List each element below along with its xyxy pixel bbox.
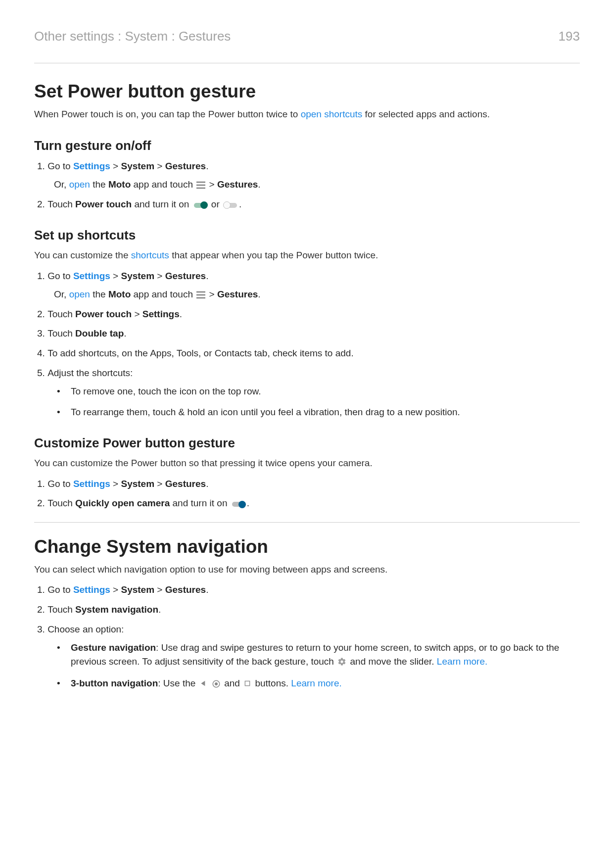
- shortcut-step-5: Adjust the shortcuts: To remove one, tou…: [34, 366, 580, 419]
- shortcut-step-1-alt: Or, open the Moto app and touch > Gestur…: [54, 288, 580, 301]
- recent-icon: [243, 677, 251, 691]
- back-icon: [199, 677, 207, 691]
- shortcut-step-5-bullets: To remove one, touch the icon on the top…: [57, 385, 580, 419]
- svg-rect-2: [245, 681, 249, 686]
- turn-step-2: Touch Power touch and turn it on or .: [34, 197, 580, 211]
- subhead-turn: Turn gesture on/off: [34, 138, 580, 153]
- nav-step-2: Touch System navigation.: [34, 603, 580, 617]
- customize-step-1: Go to Settings > System > Gestures.: [34, 477, 580, 491]
- page-content: Other settings : System : Gestures 193 S…: [0, 0, 614, 733]
- learn-more-link[interactable]: Learn more.: [437, 656, 487, 667]
- nav-step-1: Go to Settings > System > Gestures.: [34, 583, 580, 597]
- section-title-power: Set Power button gesture: [34, 81, 580, 102]
- nav-intro: You can select which navigation option t…: [34, 563, 580, 577]
- open-shortcuts-link[interactable]: open shortcuts: [301, 109, 363, 119]
- subhead-shortcuts: Set up shortcuts: [34, 228, 580, 243]
- section-title-nav: Change System navigation: [34, 536, 580, 557]
- shortcut-steps: Go to Settings > System > Gestures. Or, …: [34, 269, 580, 419]
- learn-more-link[interactable]: Learn more.: [291, 678, 341, 688]
- shortcuts-intro: You can customize the shortcuts that app…: [34, 249, 580, 262]
- divider: [34, 522, 580, 523]
- nav-option-gesture: Gesture navigation: Use drag and swipe g…: [57, 641, 580, 670]
- shortcuts-link[interactable]: shortcuts: [131, 250, 169, 260]
- bullet-remove: To remove one, touch the icon on the top…: [57, 385, 580, 398]
- bullet-rearrange: To rearrange them, touch & hold an icon …: [57, 405, 580, 419]
- customize-intro: You can customize the Power button so th…: [34, 457, 580, 470]
- turn-step-1: Go to Settings > System > Gestures. Or, …: [34, 159, 580, 192]
- toggle-off-icon: [223, 201, 238, 209]
- nav-step-3: Choose an option: Gesture navigation: Us…: [34, 623, 580, 692]
- open-link[interactable]: open: [69, 289, 90, 299]
- menu-icon: [196, 291, 205, 298]
- menu-icon: [196, 182, 205, 189]
- svg-point-1: [215, 682, 218, 685]
- nav-options: Gesture navigation: Use drag and swipe g…: [57, 641, 580, 692]
- shortcut-step-4: To add shortcuts, on the Apps, Tools, or…: [34, 346, 580, 360]
- toggle-on-icon: [193, 201, 208, 209]
- intro-text: When Power touch is on, you can tap the …: [34, 108, 580, 121]
- settings-link[interactable]: Settings: [73, 584, 110, 595]
- settings-link[interactable]: Settings: [73, 161, 110, 171]
- page-header: Other settings : System : Gestures 193: [34, 29, 580, 44]
- open-link[interactable]: open: [69, 179, 90, 190]
- nav-steps: Go to Settings > System > Gestures. Touc…: [34, 583, 580, 692]
- shortcut-step-1: Go to Settings > System > Gestures. Or, …: [34, 269, 580, 301]
- nav-option-3button: 3-button navigation: Use the and buttons…: [57, 676, 580, 692]
- toggle-on-icon: [231, 500, 246, 508]
- shortcut-step-2: Touch Power touch > Settings.: [34, 307, 580, 321]
- turn-steps: Go to Settings > System > Gestures. Or, …: [34, 159, 580, 211]
- settings-link[interactable]: Settings: [73, 479, 110, 489]
- page-number: 193: [559, 29, 580, 44]
- shortcut-step-3: Touch Double tap.: [34, 327, 580, 340]
- settings-link[interactable]: Settings: [73, 271, 110, 281]
- turn-step-1-alt: Or, open the Moto app and touch > Gestur…: [54, 178, 580, 192]
- customize-steps: Go to Settings > System > Gestures. Touc…: [34, 477, 580, 510]
- breadcrumb: Other settings : System : Gestures: [34, 29, 231, 44]
- customize-step-2: Touch Quickly open camera and turn it on…: [34, 496, 580, 510]
- subhead-customize: Customize Power button gesture: [34, 435, 580, 451]
- home-icon: [212, 678, 221, 692]
- gear-icon: [337, 656, 346, 670]
- divider: [34, 63, 580, 63]
